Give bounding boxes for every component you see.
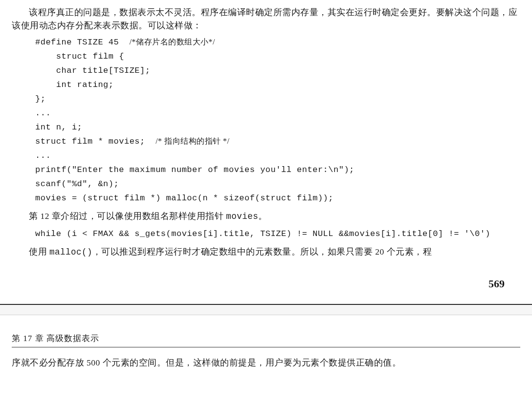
text: ，可以推迟到程序运行时才确定数组中的元素数量。所以，如果只需要 20 个元素，程: [92, 247, 432, 257]
code-line: ...: [35, 108, 51, 118]
code-line: printf("Enter the maximum number of movi…: [35, 165, 355, 174]
code-line: struct film * movies;: [35, 137, 155, 146]
code-block-1: #define TSIZE 45 /*储存片名的数组大小*/ struct fi…: [35, 35, 520, 206]
page-divider: [0, 304, 532, 315]
paragraph-malloc: 使用 malloc()，可以推迟到程序运行时才确定数组中的元素数量。所以，如果只…: [12, 245, 520, 259]
inline-code: malloc(): [49, 247, 92, 257]
text: 使用: [29, 247, 49, 257]
code-line: int n, i;: [35, 123, 82, 132]
code-comment: /*储存片名的数组大小*/: [130, 38, 215, 46]
chapter-header: 第 17 章 高级数据表示: [12, 333, 520, 344]
code-line: while (i < FMAX && s_gets(movies[i].titl…: [35, 229, 490, 238]
chapter-rule: [12, 347, 520, 347]
code-line: struct film {: [35, 52, 124, 61]
code-line: movies = (struct film *) malloc(n * size…: [35, 193, 333, 203]
code-comment: /* 指向结构的指针 */: [155, 137, 229, 145]
page-number: 569: [12, 263, 520, 304]
paragraph-continuation: 序就不必分配存放 500 个元素的空间。但是，这样做的前提是，用户要为元素个数提…: [12, 356, 520, 369]
text: 第 12 章介绍过，可以像使用数组名那样使用指针: [29, 211, 226, 221]
code-line: ...: [35, 151, 51, 160]
code-line: scanf("%d", &n);: [35, 179, 119, 189]
code-block-2: while (i < FMAX && s_gets(movies[i].titl…: [35, 227, 520, 241]
code-line: #define TSIZE 45: [35, 38, 130, 47]
inline-code: movies: [226, 212, 258, 221]
paragraph-intro: 该程序真正的问题是，数据表示太不灵活。程序在编译时确定所需内存量，其实在运行时确…: [12, 6, 520, 32]
paragraph-pointer: 第 12 章介绍过，可以像使用数组名那样使用指针 movies。: [12, 210, 520, 223]
code-line: char title[TSIZE];: [35, 66, 150, 75]
page-upper: 该程序真正的问题是，数据表示太不灵活。程序在编译时确定所需内存量，其实在运行时确…: [0, 0, 532, 304]
text: 。: [258, 211, 267, 221]
code-line: int rating;: [35, 80, 114, 89]
code-line: };: [35, 94, 45, 104]
page-lower: 第 17 章 高级数据表示 序就不必分配存放 500 个元素的空间。但是，这样做…: [0, 315, 532, 384]
